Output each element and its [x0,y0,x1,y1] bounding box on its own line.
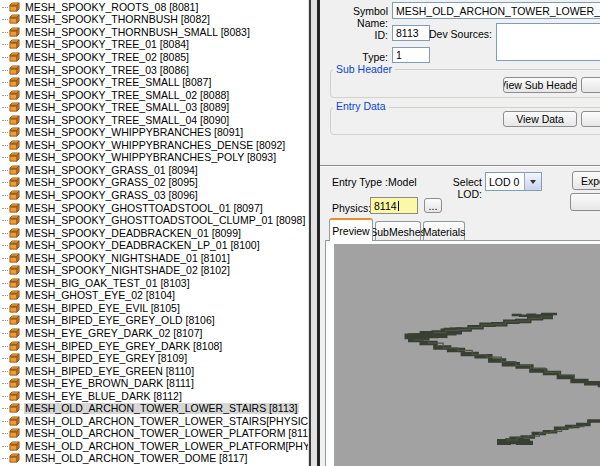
tree-item[interactable]: MESH_SPOOKY_TREE_SMALL_04 [8090] [0,114,308,127]
stairs-render-path [408,340,600,387]
tree-item[interactable]: MESH_SPOOKY_WHIPPYBRANCHES_POLY [8093] [0,152,308,165]
tree-item[interactable]: MESH_SPOOKY_THORNBUSH [8082] [0,14,308,27]
tree-item[interactable]: MESH_BIPED_EYE_GREY [8109] [0,352,308,365]
tree-item-label: MESH_SPOOKY_TREE_SMALL_03 [8089] [24,102,230,113]
view-sub-header-button[interactable]: View Sub Header [503,77,577,93]
id-input[interactable] [392,25,430,41]
app-window: MESH_SPOOKY_ROOTS_08 [8081] MESH_SPOOKY_… [0,0,600,466]
tree-item-label: MESH_BIPED_EYE_EVIL [8105] [24,303,181,314]
tree-item[interactable]: MESH_BIPED_EYE_GREY_DARK [8108] [0,340,308,353]
tree-connector [2,433,8,434]
tree-connector [2,408,8,409]
mesh-cube-icon [9,127,20,138]
mesh-tree-panel[interactable]: MESH_SPOOKY_ROOTS_08 [8081] MESH_SPOOKY_… [0,0,308,466]
tree-item[interactable]: MESH_BIPED_EYE_GREY_OLD [8106] [0,315,308,328]
tab-submeshes[interactable]: SubMeshes [375,221,421,241]
tree-item-label: MESH_SPOOKY_TREE_SMALL_04 [8090] [24,115,230,126]
symbol-name-input[interactable] [392,2,600,19]
tree-item[interactable]: MESH_BIG_OAK_TEST_01 [8103] [0,277,308,290]
tree-item-label: MESH_SPOOKY_TREE_SMALL_02 [8088] [24,90,230,101]
mesh-cube-icon [9,278,20,289]
tree-item[interactable]: MESH_EYE_GREY_DARK_02 [8107] [0,327,308,340]
tree-item[interactable]: MESH_SPOOKY_WHIPPYBRANCHES [8091] [0,126,308,139]
physics-browse-button[interactable]: ... [424,198,442,213]
tree-item[interactable]: MESH_SPOOKY_GHOSTTOADSTOOL_01 [8097] [0,202,308,215]
tree-item[interactable]: MESH_SPOOKY_THORNBUSH_SMALL [8083] [0,26,308,39]
entry-type-label: Entry Type : [332,176,392,188]
tree-item[interactable]: MESH_EYE_BLUE_DARK [8112] [0,390,308,403]
mesh-cube-icon [9,428,20,439]
details-panel: Symbol Name: ID: Dev Sources: Type: Sub … [320,0,600,466]
tree-item[interactable]: MESH_OLD_ARCHON_TOWER_DOME [8117] [0,453,308,466]
tree-item-label: MESH_SPOOKY_THORNBUSH_SMALL [8083] [24,27,251,38]
tree-item[interactable]: MESH_BIPED_EYE_GREEN [8110] [0,365,308,378]
tree-item[interactable]: MESH_SPOOKY_GRASS_03 [8096] [0,189,308,202]
type-input[interactable] [392,47,430,63]
stairs-render-path [500,419,600,441]
preview-viewport[interactable] [334,244,600,466]
tab-materials[interactable]: Materials [423,221,465,241]
export-button[interactable]: Export [572,171,600,190]
entry-data-partial-button[interactable] [581,111,600,127]
tree-item[interactable]: MESH_GHOST_EYE_02 [8104] [0,290,308,303]
tree-item[interactable]: MESH_SPOOKY_ROOTS_08 [8081] [0,1,308,14]
tree-item[interactable]: MESH_SPOOKY_TREE_SMALL [8087] [0,76,308,89]
tab-preview[interactable]: Preview [329,218,373,241]
tree-item[interactable]: MESH_SPOOKY_NIGHTSHADE_01 [8101] [0,252,308,265]
tree-item-label: MESH_SPOOKY_ROOTS_08 [8081] [24,2,199,13]
tree-connector [2,182,8,183]
mesh-cube-icon [9,52,20,63]
tree-item-label: MESH_OLD_ARCHON_TOWER_DOME [8117] [24,453,249,464]
tree-item[interactable]: MESH_OLD_ARCHON_TOWER_LOWER_PLATFORM[PHY… [0,440,308,453]
sub-header-group-label: Sub Header [333,63,395,75]
mesh-cube-icon [9,265,20,276]
tree-item[interactable]: MESH_SPOOKY_TREE_03 [8086] [0,64,308,77]
tree-item-label: MESH_SPOOKY_TREE_03 [8086] [24,65,190,76]
tree-item[interactable]: MESH_SPOOKY_WHIPPYBRANCHES_DENSE [8092] [0,139,308,152]
tree-connector [2,220,8,221]
dev-sources-field[interactable] [496,23,600,61]
mesh-cube-icon [9,240,20,251]
tree-item[interactable]: MESH_SPOOKY_TREE_02 [8085] [0,51,308,64]
tree-item-label: MESH_SPOOKY_TREE_01 [8084] [24,39,190,50]
tree-item[interactable]: MESH_OLD_ARCHON_TOWER_LOWER_STAIRS[PHYSI… [0,415,308,428]
tree-connector [2,107,8,108]
tree-item[interactable]: MESH_OLD_ARCHON_TOWER_LOWER_STAIRS [8113… [0,403,308,416]
chevron-down-icon[interactable] [524,173,541,190]
tree-item-label: MESH_BIPED_EYE_GREY_OLD [8106] [24,315,216,326]
lower-partial-button[interactable] [570,193,600,211]
tree-item[interactable]: MESH_OLD_ARCHON_TOWER_LOWER_PLATFORM [81… [0,428,308,441]
tree-item[interactable]: MESH_SPOOKY_TREE_SMALL_03 [8089] [0,101,308,114]
mesh-cube-icon [9,303,20,314]
physics-input[interactable]: 8114 [370,197,418,214]
tree-item[interactable]: MESH_BIPED_EYE_EVIL [8105] [0,302,308,315]
entry-type-value: Model [388,176,428,188]
mesh-cube-icon [9,253,20,264]
tree-connector [2,57,8,58]
lod-select[interactable]: LOD 0 [485,172,542,191]
tree-item[interactable]: MESH_EYE_BROWN_DARK [8111] [0,377,308,390]
tree-item[interactable]: MESH_SPOOKY_DEADBRACKEN_LP_01 [8100] [0,239,308,252]
tree-item[interactable]: MESH_SPOOKY_NIGHTSHADE_02 [8102] [0,264,308,277]
tree-item[interactable]: MESH_SPOOKY_TREE_01 [8084] [0,39,308,52]
select-lod-label: Select LOD: [428,176,482,200]
mesh-cube-icon [9,441,20,452]
mesh-cube-icon [9,228,20,239]
tree-connector [2,32,8,33]
tree-item-label: MESH_SPOOKY_GRASS_03 [8096] [24,190,199,201]
panel-splitter[interactable] [308,0,320,466]
tree-item[interactable]: MESH_SPOOKY_GHOSTTOADSTOOL_CLUMP_01 [809… [0,214,308,227]
tree-item-label: MESH_OLD_ARCHON_TOWER_LOWER_STAIRS [8113… [24,403,299,414]
tree-item[interactable]: MESH_SPOOKY_DEADBRACKEN_01 [8099] [0,227,308,240]
mesh-cube-icon [9,315,20,326]
entry-data-group-label: Entry Data [333,100,389,112]
sub-header-partial-button[interactable] [581,77,600,93]
tree-item[interactable]: MESH_SPOOKY_GRASS_01 [8094] [0,164,308,177]
view-data-button[interactable]: View Data [503,111,577,127]
mesh-cube-icon [9,39,20,50]
mesh-cube-icon [9,115,20,126]
tree-item[interactable]: MESH_SPOOKY_GRASS_02 [8095] [0,177,308,190]
tree-item[interactable]: MESH_SPOOKY_TREE_SMALL_02 [8088] [0,89,308,102]
tree-item-label: MESH_SPOOKY_DEADBRACKEN_01 [8099] [24,228,242,239]
mesh-cube-icon [9,416,20,427]
